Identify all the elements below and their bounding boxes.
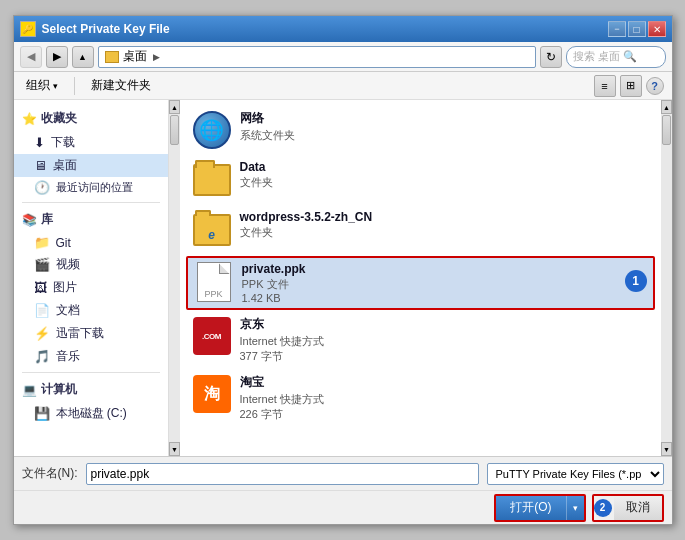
file-item-jingdong[interactable]: .COM 京东 Internet 快捷方式 377 字节 xyxy=(186,312,655,368)
file-scroll-up-button[interactable]: ▲ xyxy=(661,100,672,114)
pictures-label: 图片 xyxy=(53,279,77,296)
tb-file-name: 淘宝 xyxy=(240,374,649,391)
sidebar-favorites-group[interactable]: ⭐ 收藏夹 xyxy=(14,106,168,131)
file-item-private-ppk[interactable]: PPK private.ppk PPK 文件 1.42 KB 1 xyxy=(186,256,655,310)
filename-bar: 文件名(N): PuTTY Private Key Files (*.pp Al… xyxy=(14,456,672,490)
video-label: 视频 xyxy=(56,256,80,273)
recent-label: 最近访问的位置 xyxy=(56,180,133,195)
scroll-track xyxy=(169,114,180,442)
window-icon: 🔑 xyxy=(20,21,36,37)
sidebar-favorites-section: ⭐ 收藏夹 ⬇ 下载 🖥 桌面 🕐 最近访问的位置 xyxy=(14,106,168,198)
back-button[interactable]: ◀ xyxy=(20,46,42,68)
sidebar-item-video[interactable]: 🎬 视频 xyxy=(14,253,168,276)
cancel-button-group: 2 取消 xyxy=(592,494,664,522)
ppk-icon: PPK xyxy=(197,262,231,302)
ppk-file-name: private.ppk xyxy=(242,262,617,276)
toolbar-separator xyxy=(74,77,75,95)
jd-file-name: 京东 xyxy=(240,316,649,333)
jd-file-info: 京东 Internet 快捷方式 377 字节 xyxy=(240,316,649,364)
sidebar: ⭐ 收藏夹 ⬇ 下载 🖥 桌面 🕐 最近访问的位置 xyxy=(14,100,169,456)
docs-icon: 📄 xyxy=(34,303,50,318)
sidebar-library-group[interactable]: 📚 库 xyxy=(14,207,168,232)
filetype-select[interactable]: PuTTY Private Key Files (*.pp All Files … xyxy=(487,463,664,485)
wordpress-file-icon: e xyxy=(192,210,232,250)
data-file-type: 文件夹 xyxy=(240,175,649,190)
address-folder-icon xyxy=(105,51,119,63)
scroll-up-button[interactable]: ▲ xyxy=(169,100,180,114)
wordpress-file-info: wordpress-3.5.2-zh_CN 文件夹 xyxy=(240,210,649,240)
file-item-wordpress[interactable]: e wordpress-3.5.2-zh_CN 文件夹 xyxy=(186,206,655,254)
desktop-label: 桌面 xyxy=(53,157,77,174)
toolbar-right: ≡ ⊞ ? xyxy=(594,75,664,97)
sidebar-computer-section: 💻 计算机 💾 本地磁盘 (C:) xyxy=(14,377,168,425)
up-button[interactable]: ▲ xyxy=(72,46,94,68)
sidebar-item-recent[interactable]: 🕐 最近访问的位置 xyxy=(14,177,168,198)
organize-button[interactable]: 组织 ▾ xyxy=(22,75,62,96)
file-item-taobao[interactable]: 淘 淘宝 Internet 快捷方式 226 字节 xyxy=(186,370,655,426)
favorites-label: 收藏夹 xyxy=(41,110,77,127)
sidebar-item-desktop[interactable]: 🖥 桌面 xyxy=(14,154,168,177)
sidebar-item-pictures[interactable]: 🖼 图片 xyxy=(14,276,168,299)
open-dropdown-button[interactable]: ▾ xyxy=(566,496,584,520)
content-area: ⭐ 收藏夹 ⬇ 下载 🖥 桌面 🕐 最近访问的位置 xyxy=(14,100,672,456)
star-icon: ⭐ xyxy=(22,112,37,126)
sidebar-item-local-c[interactable]: 💾 本地磁盘 (C:) xyxy=(14,402,168,425)
sidebar-item-docs[interactable]: 📄 文档 xyxy=(14,299,168,322)
sidebar-item-git[interactable]: 📁 Git xyxy=(14,232,168,253)
sidebar-item-music[interactable]: 🎵 音乐 xyxy=(14,345,168,368)
sidebar-divider-2 xyxy=(22,372,160,373)
xunlei-label: 迅雷下载 xyxy=(56,325,104,342)
tb-file-info: 淘宝 Internet 快捷方式 226 字节 xyxy=(240,374,649,422)
file-item-data[interactable]: Data 文件夹 xyxy=(186,156,655,204)
organize-chevron-icon: ▾ xyxy=(53,81,58,91)
file-item-network[interactable]: 🌐 网络 系统文件夹 xyxy=(186,106,655,154)
action-bar: 打开(O) ▾ 2 取消 xyxy=(14,490,672,524)
view-options-button[interactable]: ⊞ xyxy=(620,75,642,97)
forward-button[interactable]: ▶ xyxy=(46,46,68,68)
git-icon: 📁 xyxy=(34,235,50,250)
minimize-button[interactable]: － xyxy=(608,21,626,37)
refresh-button[interactable]: ↻ xyxy=(540,46,562,68)
close-button[interactable]: ✕ xyxy=(648,21,666,37)
sidebar-scrollbar: ▲ ▼ xyxy=(169,100,180,456)
network-file-type: 系统文件夹 xyxy=(240,128,649,143)
open-button[interactable]: 打开(O) xyxy=(496,496,565,520)
search-icon[interactable]: 🔍 xyxy=(623,50,637,63)
address-chevron-icon: ▶ xyxy=(153,52,160,62)
network-file-icon: 🌐 xyxy=(192,110,232,150)
address-bar: ◀ ▶ ▲ 桌面 ▶ ↻ 搜索 桌面 🔍 xyxy=(14,42,672,72)
cancel-button[interactable]: 取消 xyxy=(614,496,662,520)
tb-file-icon: 淘 xyxy=(192,374,232,414)
filename-input[interactable] xyxy=(86,463,479,485)
search-box[interactable]: 搜索 桌面 🔍 xyxy=(566,46,666,68)
file-scroll-down-button[interactable]: ▼ xyxy=(661,442,672,456)
desktop-icon: 🖥 xyxy=(34,158,47,173)
folder-icon-data xyxy=(193,164,231,196)
view-toggle-button[interactable]: ≡ xyxy=(594,75,616,97)
scroll-down-button[interactable]: ▼ xyxy=(169,442,180,456)
sidebar-computer-group[interactable]: 💻 计算机 xyxy=(14,377,168,402)
new-folder-button[interactable]: 新建文件夹 xyxy=(87,75,155,96)
toolbar: 组织 ▾ 新建文件夹 ≡ ⊞ ? xyxy=(14,72,672,100)
sidebar-library-section: 📚 库 📁 Git 🎬 视频 🖼 图片 📄 文档 xyxy=(14,207,168,368)
wordpress-file-name: wordpress-3.5.2-zh_CN xyxy=(240,210,649,224)
git-label: Git xyxy=(56,236,71,250)
sidebar-item-download[interactable]: ⬇ 下载 xyxy=(14,131,168,154)
help-button[interactable]: ? xyxy=(646,77,664,95)
file-list-scrollbar: ▲ ▼ xyxy=(661,100,672,456)
jd-file-type: Internet 快捷方式 xyxy=(240,334,649,349)
filename-label: 文件名(N): xyxy=(22,465,78,482)
recent-icon: 🕐 xyxy=(34,180,50,195)
maximize-button[interactable]: □ xyxy=(628,21,646,37)
file-scroll-track xyxy=(661,114,672,442)
download-icon: ⬇ xyxy=(34,135,45,150)
local-c-label: 本地磁盘 (C:) xyxy=(56,405,127,422)
address-path[interactable]: 桌面 ▶ xyxy=(98,46,536,68)
file-dialog-window: 🔑 Select Private Key File － □ ✕ ◀ ▶ ▲ 桌面… xyxy=(13,15,673,525)
file-scroll-thumb[interactable] xyxy=(662,115,671,145)
tb-icon: 淘 xyxy=(193,375,231,413)
sidebar-item-xunlei[interactable]: ⚡ 迅雷下载 xyxy=(14,322,168,345)
scroll-thumb[interactable] xyxy=(170,115,179,145)
address-path-text: 桌面 xyxy=(123,48,147,65)
jd-file-size: 377 字节 xyxy=(240,349,649,364)
